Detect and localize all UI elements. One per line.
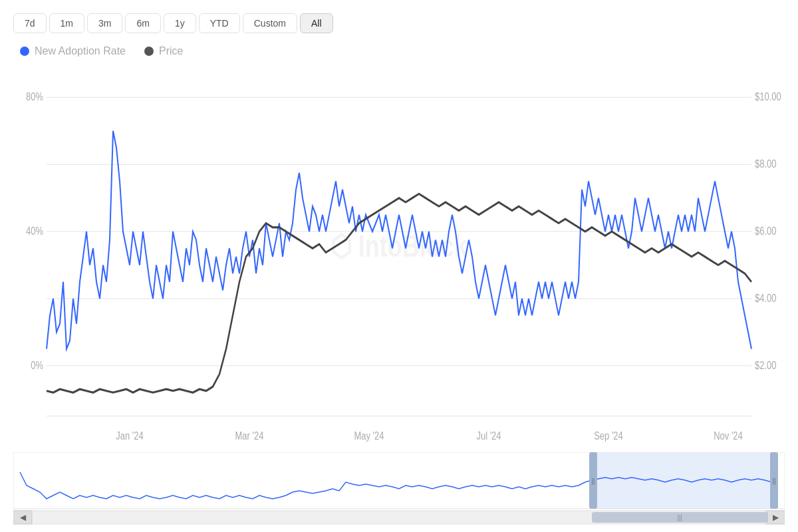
svg-text:$10.00: $10.00: [755, 91, 781, 103]
legend-item-price: Price: [144, 45, 183, 57]
svg-text:0%: 0%: [31, 360, 43, 372]
legend: New Adoption RatePrice: [20, 45, 785, 57]
legend-label-adoption: New Adoption Rate: [35, 45, 126, 57]
navigator-svg: 2020 2022 2024 || || ◀ ▶ |||: [13, 452, 785, 525]
time-btn-all[interactable]: All: [300, 13, 333, 33]
time-btn-ytd[interactable]: YTD: [199, 13, 240, 33]
svg-text:$4.00: $4.00: [755, 293, 777, 305]
legend-dot-adoption: [20, 47, 29, 56]
svg-text:Mar '24: Mar '24: [235, 430, 264, 442]
svg-text:$8.00: $8.00: [755, 158, 777, 170]
svg-rect-22: [592, 452, 771, 509]
svg-text:$6.00: $6.00: [755, 225, 777, 237]
svg-text:||: ||: [772, 477, 775, 485]
time-btn-1y[interactable]: 1y: [164, 13, 196, 33]
legend-dot-price: [144, 47, 154, 56]
svg-text:||: ||: [591, 477, 595, 485]
svg-text:40%: 40%: [26, 225, 43, 237]
time-btn-3m[interactable]: 3m: [87, 13, 122, 33]
time-btn-custom[interactable]: Custom: [243, 13, 297, 33]
time-btn-6m[interactable]: 6m: [125, 13, 160, 33]
svg-text:80%: 80%: [26, 91, 43, 103]
main-chart-svg: 80% 40% 0% $10.00 $8.00 $6.00 $4.00 $2.0…: [13, 64, 785, 450]
time-btn-7d[interactable]: 7d: [13, 13, 47, 33]
svg-text:Jul '24: Jul '24: [476, 430, 501, 442]
svg-text:Nov '24: Nov '24: [714, 430, 743, 442]
legend-item-adoption: New Adoption Rate: [20, 45, 126, 57]
svg-text:$2.00: $2.00: [755, 360, 777, 372]
main-chart-wrapper: 80% 40% 0% $10.00 $8.00 $6.00 $4.00 $2.0…: [13, 64, 785, 450]
legend-label-price: Price: [159, 45, 183, 57]
svg-text:May '24: May '24: [354, 430, 384, 442]
svg-text:▶: ▶: [773, 513, 779, 522]
svg-text:Jan '24: Jan '24: [116, 430, 143, 442]
svg-text:|||: |||: [677, 514, 682, 521]
time-range-bar: 7d1m3m6m1yYTDCustomAll: [13, 13, 785, 33]
navigator-wrapper: 2020 2022 2024 || || ◀ ▶ |||: [13, 452, 785, 525]
time-btn-1m[interactable]: 1m: [49, 13, 84, 33]
svg-text:Sep '24: Sep '24: [594, 430, 623, 442]
svg-text:◀: ◀: [20, 513, 27, 522]
